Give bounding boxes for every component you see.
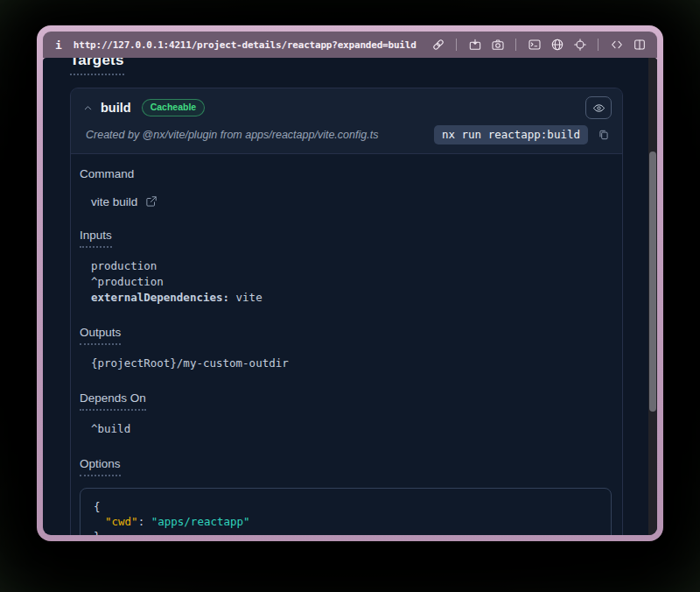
toolbar-divider [598,39,598,51]
depends-on-item: ^build [91,421,612,437]
depends-on-section-label: Depends On [80,391,612,411]
target-icon[interactable] [572,38,587,53]
command-value-row: vite build [91,195,612,208]
browser-window: i http://127.0.0.1:4211/project-details/… [37,25,663,541]
command-section-label: Command [80,167,612,180]
inputs-list: production ^production externalDependenc… [91,258,612,306]
input-item: production [91,258,612,274]
camera-icon[interactable] [490,38,505,53]
code-line: { [94,499,598,514]
targets-heading: Targets [70,58,623,75]
toolbar-actions [430,38,647,53]
target-card-build: build Cacheable Created by @nx/vite/plug… [70,88,623,535]
external-link-icon [145,195,158,208]
eye-icon [592,102,606,115]
build-card-header[interactable]: build Cacheable Created by @nx/vite/plug… [71,88,622,154]
outputs-list: {projectRoot}/my-custom-outdir [91,356,612,371]
globe-icon[interactable] [550,38,564,53]
run-command-chip: nx run reactapp:build [434,125,588,144]
toolbar-divider [456,39,457,51]
external-link-button[interactable] [145,195,158,208]
link-icon[interactable] [430,38,445,53]
output-item: {projectRoot}/my-custom-outdir [91,356,612,371]
toolbar-divider [515,39,516,51]
scrollbar-track[interactable] [648,58,657,535]
split-view-icon[interactable] [632,38,647,53]
cacheable-badge: Cacheable [142,99,206,116]
save-to-box-icon[interactable] [467,38,482,53]
options-section-label: Options [80,457,612,476]
target-name-build: build [101,101,131,115]
build-card-body: Command vite build Inputs production ^pr… [71,167,622,535]
command-value: vite build [91,195,137,208]
project-details-page: Targets build Cacheable [43,58,648,535]
url-bar[interactable]: http://127.0.0.1:4211/project-details/re… [74,39,430,51]
options-code-block: { "cwd": "apps/reactapp" } [80,488,612,535]
info-icon[interactable]: i [55,39,62,52]
chevron-up-icon[interactable] [81,102,94,114]
code-line: } [94,529,598,535]
outputs-section-label: Outputs [80,326,612,345]
browser-toolbar: i http://127.0.0.1:4211/project-details/… [43,32,657,58]
terminal-icon[interactable] [527,38,542,53]
page-viewport: Targets build Cacheable [43,58,657,535]
inputs-section-label: Inputs [80,229,612,248]
created-by-text: Created by @nx/vite/plugin from apps/rea… [86,129,378,141]
copy-button[interactable] [596,127,612,143]
clipboard-icon [598,129,610,141]
scrollbar-thumb[interactable] [649,152,656,412]
code-brackets-icon[interactable] [609,38,624,53]
code-line: "cwd": "apps/reactapp" [94,514,598,529]
input-item: ^production [91,274,612,290]
depends-on-list: ^build [91,421,612,437]
input-item: externalDependencies: vite [91,290,612,306]
view-target-button[interactable] [585,96,612,119]
